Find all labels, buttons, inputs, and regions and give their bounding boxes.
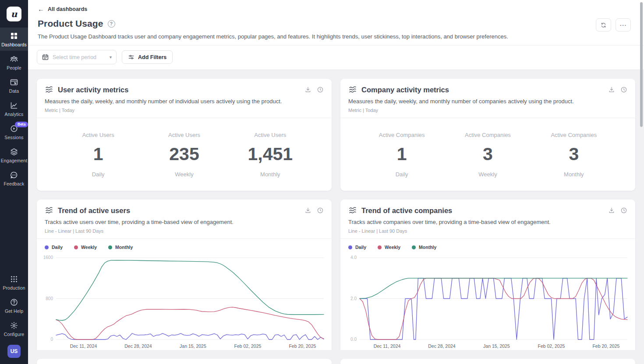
refresh-button[interactable] xyxy=(596,18,611,32)
download-icon[interactable] xyxy=(608,86,615,93)
metric-label: Active Users xyxy=(55,132,141,138)
legend-item-weekly[interactable]: Weekly xyxy=(378,245,400,250)
card-description: Tracks active users over time, providing… xyxy=(45,219,324,225)
legend-item-daily[interactable]: Daily xyxy=(348,245,366,250)
header-actions: ⋯ xyxy=(596,18,631,32)
sidebar-item-label: Engagement xyxy=(1,158,28,163)
legend-item-monthly[interactable]: Monthly xyxy=(412,245,436,250)
metric-label: Active Users xyxy=(227,132,313,138)
ellipsis-icon: ⋯ xyxy=(619,21,627,29)
sidebar-item-production[interactable]: Production xyxy=(0,271,28,294)
sidebar-spacer xyxy=(0,190,28,271)
svg-text:1600: 1600 xyxy=(43,255,53,260)
download-icon[interactable] xyxy=(608,207,615,214)
card-description: Measures the daily, weekly, and monthly … xyxy=(348,98,627,105)
trend-users-chart: 08001600Dec 11, 2024Dec 28, 2024Jan 15, … xyxy=(40,252,328,350)
svg-text:Dec 28, 2024: Dec 28, 2024 xyxy=(124,343,152,349)
clock-icon[interactable] xyxy=(620,207,627,214)
add-filters-button[interactable]: Add Filters xyxy=(122,50,173,64)
chart-legend: Daily Weekly Monthly xyxy=(37,239,332,252)
legend-dot xyxy=(74,245,78,249)
svg-text:Feb 20, 2025: Feb 20, 2025 xyxy=(592,343,619,349)
metric-value: 1 xyxy=(55,144,141,164)
download-icon[interactable] xyxy=(304,207,311,214)
metric-period: Monthly xyxy=(227,171,313,178)
time-period-select[interactable]: Select time period ▾ xyxy=(37,50,117,64)
refresh-icon xyxy=(600,22,607,28)
legend-dot xyxy=(378,245,382,249)
avatar-wrap: US xyxy=(0,340,28,364)
legend-item-monthly[interactable]: Monthly xyxy=(108,245,133,250)
metric-label: Active Users xyxy=(141,132,227,138)
back-to-all-dashboards-link[interactable]: ← All dashboards xyxy=(38,5,87,13)
svg-text:Dec 28, 2024: Dec 28, 2024 xyxy=(428,343,456,349)
sidebar-item-dashboards[interactable]: Dashboards xyxy=(0,28,28,51)
main-area: ← All dashboards Product Usage ? The Pro… xyxy=(28,0,644,364)
card-title: Trend of active users xyxy=(58,206,300,215)
legend-item-weekly[interactable]: Weekly xyxy=(74,245,97,250)
chart-lines-icon xyxy=(348,206,357,215)
metric-label: Active Companies xyxy=(359,132,445,138)
page-description: The Product Usage Dashboard tracks user … xyxy=(38,33,634,40)
svg-text:Jan 15, 2025: Jan 15, 2025 xyxy=(483,343,510,349)
sidebar-item-engagement[interactable]: Engagement xyxy=(0,144,28,167)
svg-text:2.0: 2.0 xyxy=(350,296,357,301)
more-options-button[interactable]: ⋯ xyxy=(616,18,631,32)
app-logo[interactable]: u xyxy=(7,7,21,21)
next-cards-row xyxy=(28,359,644,364)
page-title: Product Usage xyxy=(38,18,103,29)
help-icon[interactable]: ? xyxy=(108,20,115,28)
legend-dot xyxy=(108,245,112,249)
analytics-icon xyxy=(10,101,18,110)
svg-text:4.0: 4.0 xyxy=(350,255,357,260)
metric-monthly: Active Companies 3 Monthly xyxy=(531,132,617,178)
legend-label: Weekly xyxy=(385,245,400,250)
metric-period: Monthly xyxy=(531,171,617,178)
user-avatar[interactable]: US xyxy=(7,345,21,358)
filter-bar: Select time period ▾ Add Filters xyxy=(28,46,644,70)
card-trend-active-companies: Trend of active companies xyxy=(340,200,635,350)
beta-badge: Beta xyxy=(15,122,28,127)
svg-text:Dec 11, 2024: Dec 11, 2024 xyxy=(70,343,97,349)
card-title: Trend of active companies xyxy=(361,206,604,215)
metric-period: Daily xyxy=(359,171,445,178)
add-filters-label: Add Filters xyxy=(138,54,166,60)
download-icon[interactable] xyxy=(304,86,311,93)
metric-daily: Active Companies 1 Daily xyxy=(359,132,445,178)
metric-value: 3 xyxy=(531,144,617,164)
metric-weekly: Active Companies 3 Weekly xyxy=(445,132,531,178)
sidebar-item-sessions[interactable]: Beta Sessions xyxy=(0,120,28,144)
metric-label: Active Companies xyxy=(445,132,531,138)
sidebar-item-configure[interactable]: Configure xyxy=(0,317,28,340)
card-trend-active-users: Trend of active users xyxy=(37,200,332,350)
sidebar-item-label: Sessions xyxy=(4,135,23,140)
legend-dot xyxy=(45,245,49,249)
chart-legend: Daily Weekly Monthly xyxy=(340,239,635,252)
clock-icon[interactable] xyxy=(620,86,627,93)
card-title: Company activity metrics xyxy=(361,86,604,94)
page-header: ← All dashboards Product Usage ? The Pro… xyxy=(28,0,644,46)
chevron-down-icon: ▾ xyxy=(110,55,112,60)
card-partial xyxy=(37,359,332,364)
metric-value: 235 xyxy=(141,144,227,164)
sidebar-item-get-help[interactable]: Get Help xyxy=(0,294,28,317)
back-arrow-icon: ← xyxy=(38,5,44,13)
clock-icon[interactable] xyxy=(317,86,324,93)
sidebar-item-analytics[interactable]: Analytics xyxy=(0,97,28,120)
engagement-icon xyxy=(10,147,18,156)
legend-item-daily[interactable]: Daily xyxy=(45,245,63,250)
card-meta: Metric | Today xyxy=(45,108,324,118)
app-root: u Dashboards People Data AnalyticsBeta S… xyxy=(0,0,644,364)
help-icon xyxy=(10,298,18,307)
scrollbar-thumb[interactable] xyxy=(640,2,643,127)
sidebar-footer-nav: Production Get Help Configure xyxy=(0,271,28,340)
metric-monthly: Active Users 1,451 Monthly xyxy=(227,132,313,178)
sidebar-item-people[interactable]: People xyxy=(0,51,28,74)
metric-value: 1,451 xyxy=(227,144,313,164)
chart-lines-icon xyxy=(45,85,53,94)
configure-icon xyxy=(10,321,18,330)
sidebar-item-feedback[interactable]: Feedback xyxy=(0,167,28,190)
dashboard-grid: User activity metrics xyxy=(28,70,644,350)
sidebar-item-data[interactable]: Data xyxy=(0,74,28,97)
clock-icon[interactable] xyxy=(317,207,324,214)
